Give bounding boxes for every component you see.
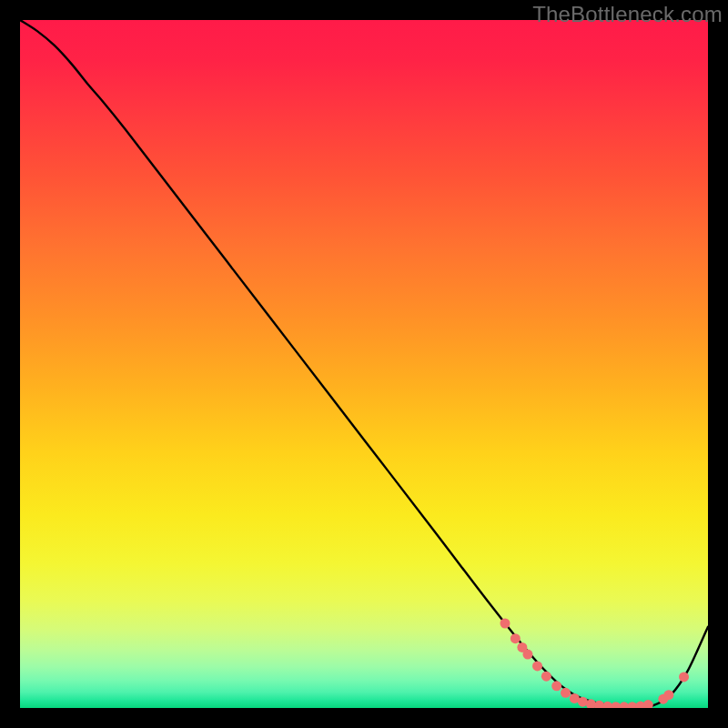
marker-point [561,688,571,698]
marker-point [522,650,532,660]
marker-point [663,690,673,700]
chart-svg [20,20,708,708]
marker-point [511,633,521,643]
chart-frame: TheBottleneck.com [0,0,728,728]
marker-point [500,619,510,629]
gradient-background [20,20,708,708]
marker-point [551,681,561,691]
plot-area [20,20,708,708]
marker-point [532,661,542,671]
watermark-text: TheBottleneck.com [532,2,723,27]
marker-point [541,672,551,682]
marker-point [679,672,689,682]
